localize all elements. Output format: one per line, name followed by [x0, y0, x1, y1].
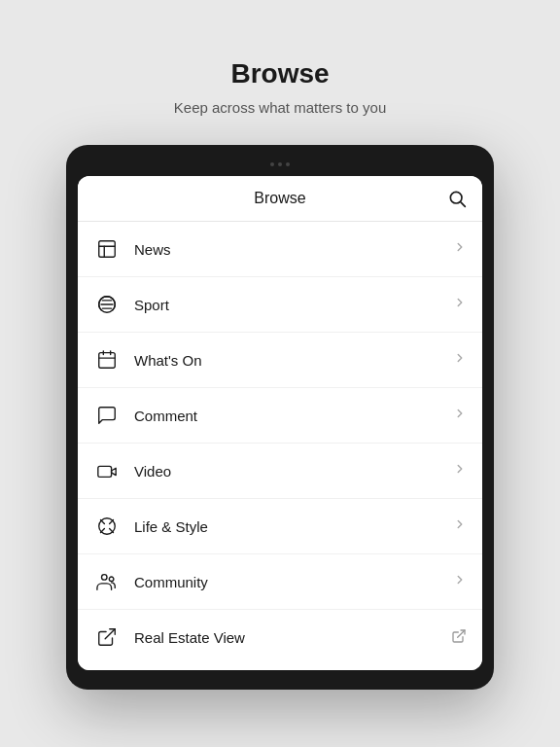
whats-on-icon: [93, 346, 121, 374]
comment-chevron: [453, 407, 467, 424]
device-notch-bar: [78, 157, 482, 172]
menu-item-comment[interactable]: Comment: [78, 388, 482, 444]
whats-on-chevron: [453, 351, 467, 369]
svg-rect-2: [99, 241, 116, 258]
device-dots: [270, 162, 290, 166]
menu-item-sport[interactable]: Sport: [78, 277, 482, 333]
comment-icon: [93, 402, 121, 429]
community-icon: [93, 568, 121, 595]
svg-point-0: [450, 192, 462, 203]
menu-item-community[interactable]: Community: [78, 554, 482, 610]
hero-section: Browse Keep across what matters to you: [174, 0, 386, 145]
sport-label: Sport: [134, 297, 445, 313]
news-chevron: [453, 240, 467, 258]
menu-item-whats-on[interactable]: What's On: [78, 333, 482, 388]
video-label: Video: [134, 463, 445, 480]
external-link-icon: [451, 628, 467, 647]
device-screen: Browse NewsSportWhat's OnCommentVideoLif…: [78, 176, 482, 670]
life-style-icon: [93, 513, 121, 540]
app-header: Browse: [78, 176, 482, 222]
news-icon: [93, 235, 121, 263]
device-dot: [286, 162, 290, 166]
life-style-chevron: [453, 517, 467, 535]
hero-subtitle: Keep across what matters to you: [174, 99, 386, 116]
search-icon: [447, 189, 467, 208]
device-frame: Browse NewsSportWhat's OnCommentVideoLif…: [66, 145, 494, 690]
svg-rect-13: [98, 466, 112, 477]
news-label: News: [134, 241, 445, 258]
sport-icon: [93, 291, 121, 318]
menu-list: NewsSportWhat's OnCommentVideoLife & Sty…: [78, 222, 482, 670]
svg-line-18: [458, 630, 465, 637]
device-dot: [270, 162, 274, 166]
menu-item-news[interactable]: News: [78, 222, 482, 277]
svg-line-17: [105, 629, 115, 639]
hero-title: Browse: [174, 58, 386, 89]
community-chevron: [453, 573, 467, 590]
svg-rect-9: [99, 353, 116, 369]
svg-point-16: [109, 577, 114, 582]
search-button[interactable]: [447, 189, 467, 208]
menu-item-life-style[interactable]: Life & Style: [78, 499, 482, 554]
app-header-title: Browse: [254, 190, 305, 207]
life-style-label: Life & Style: [134, 518, 445, 535]
video-icon: [93, 457, 121, 484]
svg-point-15: [102, 575, 108, 581]
menu-item-real-estate[interactable]: Real Estate View: [78, 610, 482, 664]
real-estate-label: Real Estate View: [134, 629, 443, 646]
svg-line-1: [461, 202, 465, 206]
menu-item-video[interactable]: Video: [78, 444, 482, 499]
comment-label: Comment: [134, 408, 445, 424]
real-estate-icon: [93, 623, 121, 651]
video-chevron: [453, 462, 467, 480]
whats-on-label: What's On: [134, 352, 445, 369]
sport-chevron: [453, 296, 467, 313]
device-dot: [278, 162, 282, 166]
community-label: Community: [134, 574, 445, 590]
